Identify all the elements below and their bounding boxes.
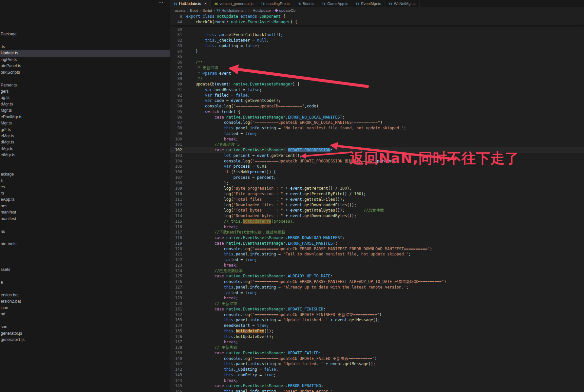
line-number[interactable]: 89 <box>170 76 182 82</box>
line-number[interactable]: 80 <box>170 27 182 32</box>
sidebar-file-item[interactable] <box>0 260 170 267</box>
code-line-120[interactable]: 120 console.log("==========updateCb ERRO… <box>170 246 584 252</box>
editor-tab[interactable]: JSversion_generator.js <box>211 0 257 7</box>
line-number[interactable]: 100 <box>170 137 182 142</box>
sidebar-file-item[interactable]: json <box>0 305 170 311</box>
line-number[interactable]: 102 <box>170 147 182 153</box>
line-number[interactable]: 109 <box>170 186 182 191</box>
code-line-112[interactable]: 112 log("Downloaded files : " + event.ge… <box>170 202 584 208</box>
line-number[interactable]: 105 <box>170 164 182 169</box>
code-line-84[interactable]: 84 } <box>170 49 584 54</box>
line-number[interactable]: 123 <box>170 263 182 268</box>
code-line-123[interactable]: 123 break; <box>170 263 584 268</box>
code-line-44[interactable]: 44 checkCb(event: native.EventAssetsMana… <box>170 19 584 25</box>
sidebar-file-item[interactable]: generator.js <box>0 330 170 337</box>
code-line-94[interactable]: 94 console.log("==========updateCb======… <box>170 103 584 109</box>
line-number[interactable]: 87 <box>170 65 182 71</box>
code-line-110[interactable]: 110 log("File progression : " + event.ge… <box>170 191 584 197</box>
code-line-111[interactable]: 111 log("Total files : " + event.getTota… <box>170 197 584 202</box>
code-line-82[interactable]: 82 this._checkListener = null; <box>170 38 584 43</box>
line-number[interactable]: 143 <box>170 372 182 378</box>
line-number[interactable]: 98 <box>170 125 182 131</box>
code-line-96[interactable]: 96 case native.EventAssetsManager.ERROR_… <box>170 115 584 120</box>
line-number[interactable]: 91 <box>170 87 182 93</box>
sidebar-file-item[interactable]: ork\Scripts <box>0 69 170 76</box>
code-line-133[interactable]: 133 this.panel.info.string = 'Update fin… <box>170 317 584 323</box>
line-number[interactable]: 93 <box>170 98 182 103</box>
line-number[interactable]: 110 <box>170 191 182 197</box>
line-number[interactable]: 131 <box>170 307 182 312</box>
line-number[interactable]: 135 <box>170 328 182 334</box>
line-number[interactable]: 118 <box>170 235 182 241</box>
line-number[interactable]: 121 <box>170 252 182 257</box>
line-number[interactable]: 142 <box>170 367 182 372</box>
code-line-88[interactable]: 88 * @param event <box>170 71 584 76</box>
sidebar-file-item[interactable]: gers <box>0 88 170 95</box>
line-number[interactable]: 145 <box>170 383 182 389</box>
sidebar-file-item[interactable] <box>0 76 170 82</box>
code-line-136[interactable]: 136 this.hotUpdateOver(); <box>170 334 584 340</box>
code-line-113[interactable]: 113 log("Total bytes : " + event.getTota… <box>170 208 584 213</box>
line-number[interactable]: 139 <box>170 350 182 356</box>
sidebar-file-item[interactable]: .ts <box>0 44 170 50</box>
line-number[interactable]: 114 <box>170 213 182 219</box>
sidebar-file-item[interactable] <box>0 248 170 254</box>
line-number[interactable]: 94 <box>170 103 182 109</box>
line-number[interactable]: 120 <box>170 246 182 252</box>
code-line-99[interactable]: 99 failed = true; <box>170 131 584 137</box>
line-number[interactable]: 106 <box>170 169 182 175</box>
line-number[interactable]: 112 <box>170 202 182 208</box>
breadcrumb-item[interactable]: HotUpdate <box>248 9 271 12</box>
code-line-101[interactable]: 101 //更新进度 5 <box>170 142 584 147</box>
code-line-92[interactable]: 92 var failed = false; <box>170 93 584 98</box>
line-number[interactable]: 90 <box>170 82 182 87</box>
line-number[interactable]: 103 <box>170 153 182 159</box>
sidebar-file-item[interactable]: gr2.ts <box>0 127 170 133</box>
code-line-115[interactable]: 115 // this.hotUpdatePre(process); <box>170 219 584 224</box>
code-line-106[interactable]: 106 if (!isNaN(percent)) { <box>170 169 584 175</box>
code-line-89[interactable]: 89 */ <box>170 76 584 82</box>
sidebar-file-item[interactable]: ug.ts <box>0 95 170 101</box>
code-line-91[interactable]: 91 var needRestart = false; <box>170 87 584 93</box>
editor-tab[interactable]: TSWsNetMgr.ts <box>385 0 419 7</box>
code-line-146[interactable]: 146 this.panel.info.string = 'Asset upda… <box>170 389 584 392</box>
editor-tab[interactable]: TSBoot.ts <box>293 0 318 7</box>
code-line-85[interactable]: 85 <box>170 54 584 60</box>
line-number[interactable]: 138 <box>170 345 182 350</box>
line-number[interactable]: 113 <box>170 208 182 213</box>
sidebar-file-item[interactable]: dMgr.ts <box>0 139 170 145</box>
line-number[interactable]: 129 <box>170 295 182 301</box>
sidebar-file-item[interactable] <box>0 159 170 165</box>
line-number[interactable]: 125 <box>170 273 182 279</box>
sidebar-file-item[interactable]: s <box>0 177 170 184</box>
line-number[interactable]: 83 <box>170 43 182 49</box>
line-number[interactable]: 137 <box>170 339 182 345</box>
sidebar-file-item[interactable] <box>0 286 170 292</box>
code-line-118[interactable]: 118 case native.EventAssetsManager.ERROR… <box>170 235 584 241</box>
code-line-90[interactable]: 90 updateCb(event: native.EventAssetsMan… <box>170 82 584 87</box>
line-number[interactable]: 122 <box>170 257 182 263</box>
sidebar-file-item[interactable] <box>0 165 170 171</box>
line-number[interactable]: 88 <box>170 71 182 76</box>
sidebar-file-item[interactable]: eApp.ts <box>0 196 170 203</box>
breadcrumb-item[interactable]: Script <box>202 9 212 12</box>
sidebar-file-item[interactable]: manifest <box>0 216 170 222</box>
line-number[interactable]: 97 <box>170 120 182 125</box>
sidebar-file-item[interactable]: son <box>0 324 170 330</box>
sidebar-file-item[interactable]: Mgr.ts <box>0 107 170 114</box>
code-line-86[interactable]: 86 /** <box>170 60 584 65</box>
code-line-126[interactable]: 126 console.log("==========updateCb ERRO… <box>170 279 584 285</box>
code-line-93[interactable]: 93 var code = event.getEventCode(); <box>170 98 584 103</box>
code-line-95[interactable]: 95 switch (code) { <box>170 109 584 115</box>
line-number[interactable]: 86 <box>170 60 182 65</box>
line-number[interactable]: 146 <box>170 389 182 392</box>
line-number[interactable]: 84 <box>170 49 182 54</box>
line-number[interactable]: 128 <box>170 290 182 296</box>
code-line-140[interactable]: 140 console.log("==========updateCb UPDA… <box>170 356 584 362</box>
breadcrumb-item[interactable]: TSHotUpdate.ts <box>217 9 243 12</box>
sidebar-file-item[interactable] <box>0 318 170 324</box>
editor-tab[interactable]: TSGameApp.ts <box>318 0 352 7</box>
code-line-129[interactable]: 129 break; <box>170 295 584 301</box>
code-line-128[interactable]: 128 failed = true; <box>170 290 584 296</box>
line-number[interactable]: 96 <box>170 115 182 120</box>
